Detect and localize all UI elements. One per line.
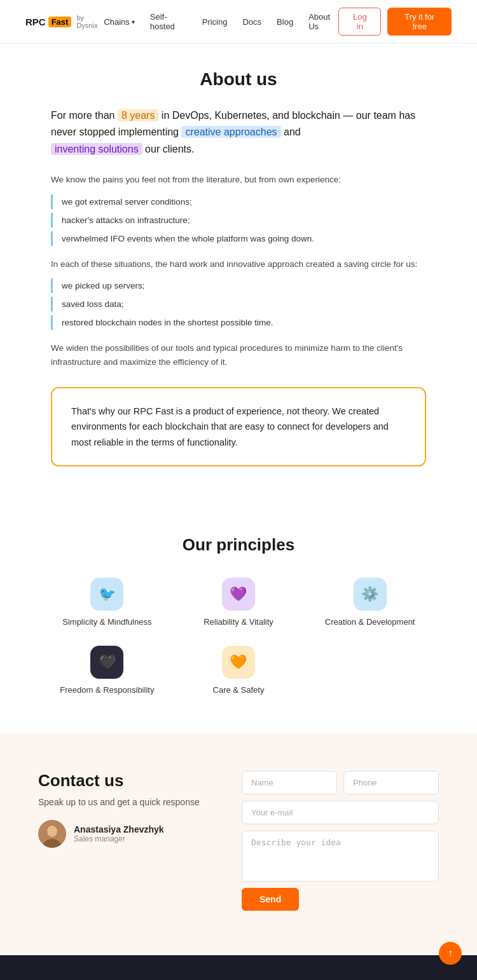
navbar: RPCFast by Dysnix Chains ▾ Self-hosted P… [0,0,477,44]
care-label: Care & Safety [213,685,265,695]
email-input[interactable] [242,801,439,824]
creation-icon: ⚙️ [354,578,387,611]
person-name: Anastasiya Zhevzhyk [74,824,164,834]
widen-text: We widen the possibilities of our tools … [51,341,426,369]
nav-actions: Log in Try it for free [338,8,452,36]
result-item-1: we picked up servers; [51,278,426,293]
pain-list: we got extremal server conditions; hacke… [51,194,426,246]
try-button[interactable]: Try it for free [387,8,452,36]
logo-fast-text: Fast [48,17,72,27]
about-section: About us For more than 8 years in DevOps… [0,44,477,510]
logo: RPCFast by Dysnix [25,14,104,29]
phone-input[interactable] [343,771,439,794]
reliability-label: Reliability & Vitality [204,617,273,627]
contact-left: Contact us Speak up to us and get a quic… [38,771,216,911]
years-highlight: 8 years [118,109,158,121]
principle-simplicity: 🐦 Simplicity & Mindfulness [51,578,163,627]
principle-freedom: 🖤 Freedom & Responsibility [51,646,163,695]
result-item-3: restored blockchain nodes in the shortes… [51,315,426,330]
pain-intro: We know the pains you feel not from the … [51,173,426,187]
principles-row2: 🖤 Freedom & Responsibility 🧡 Care & Safe… [51,646,426,695]
nav-docs[interactable]: Docs [242,17,261,27]
freedom-label: Freedom & Responsibility [60,685,154,695]
highlight-box-text: That's why our RPC Fast is a product of … [71,404,406,451]
scroll-top-button[interactable]: ↑ [439,942,462,965]
principles-title: Our principles [51,535,426,555]
logo-rpc-text: RPC [25,17,46,27]
form-name-phone-row [242,771,439,794]
page-title: About us [51,69,426,90]
name-input[interactable] [242,771,337,794]
result-item-2: saved loss data; [51,297,426,311]
principles-grid: 🐦 Simplicity & Mindfulness 💜 Reliability… [51,578,426,627]
contact-form: Send [242,771,439,911]
principle-reliability: 💜 Reliability & Vitality [183,578,295,627]
principles-section: Our principles 🐦 Simplicity & Mindfulnes… [0,510,477,733]
person-role: Sales manager [74,834,164,843]
principle-care: 🧡 Care & Safety [183,646,295,695]
idea-textarea[interactable] [242,831,439,881]
contact-title: Contact us [38,771,216,791]
simplicity-label: Simplicity & Mindfulness [62,617,151,627]
pain-item-1: we got extremal server conditions; [51,194,426,209]
intro-paragraph: For more than 8 years in DevOps, Kuberne… [51,107,426,158]
intro-text-1: For more than [51,110,114,121]
nav-selfhosted[interactable]: Self-hosted [150,12,187,31]
pain-item-2: hacker's attacks on infrastructure; [51,213,426,228]
nav-blog[interactable]: Blog [277,17,293,27]
simplicity-icon: 🐦 [90,578,123,611]
result-list: we picked up servers; saved loss data; r… [51,278,426,330]
reliability-icon: 💜 [222,578,255,611]
contact-subtitle: Speak up to us and get a quick response [38,797,216,807]
nav-about[interactable]: About Us [308,12,338,31]
creative-highlight: creative approaches [181,126,280,138]
principle-creation: ⚙️ Creation & Development [314,578,426,627]
avatar [38,820,66,848]
svg-point-1 [47,826,57,837]
contact-person: Anastasiya Zhevzhyk Sales manager [38,820,216,848]
send-button[interactable]: Send [242,888,299,911]
intro-text-4: our clients. [145,144,194,154]
contact-section: Contact us Speak up to us and get a quic… [0,733,477,955]
nav-pricing[interactable]: Pricing [202,17,228,27]
highlight-box: That's why our RPC Fast is a product of … [51,387,426,467]
logo-by-text: by Dysnix [76,14,104,29]
pain-item-3: verwhelmed IFO events when the whole pla… [51,231,426,246]
inventing-highlight: inventing solutions [51,143,142,155]
creation-label: Creation & Development [325,617,415,627]
nav-links: Chains ▾ Self-hosted Pricing Docs Blog A… [104,12,338,31]
intro-text-3: and [284,126,301,137]
chevron-down-icon: ▾ [132,18,135,25]
nav-chains[interactable]: Chains ▾ [104,17,134,27]
freedom-icon: 🖤 [90,646,123,679]
footer: RPC Fast Available blockchains Ethereum … [0,955,477,980]
care-icon: 🧡 [222,646,255,679]
result-intro: In each of these situations, the hard wo… [51,257,426,271]
person-info: Anastasiya Zhevzhyk Sales manager [74,824,164,843]
login-button[interactable]: Log in [338,8,381,36]
